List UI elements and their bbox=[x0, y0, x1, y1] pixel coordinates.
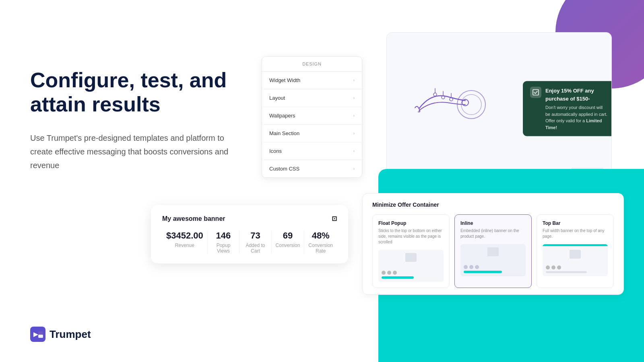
active-preview-bar bbox=[464, 271, 502, 273]
chevron-icon: › bbox=[353, 149, 355, 153]
chevron-icon: › bbox=[353, 78, 355, 82]
top-bar-desc: Full width banner on the top of any page… bbox=[543, 228, 608, 239]
stat-conversion: 69 Conversion bbox=[272, 230, 305, 254]
discount-popup: Enjoy 15% OFF any purchase of $150- Don'… bbox=[523, 81, 612, 136]
banner-card-header: My awesome banner ⊡ bbox=[162, 215, 337, 222]
design-panel-item-custom-css[interactable]: Custom CSS › bbox=[262, 160, 362, 177]
preview-dots bbox=[382, 271, 440, 275]
design-panel-item-wallpapers[interactable]: Wallpapers › bbox=[262, 107, 362, 125]
preview-image bbox=[405, 253, 417, 262]
float-popup-preview bbox=[378, 250, 444, 282]
stat-popup-views: 146 Popup Views bbox=[208, 230, 239, 254]
offer-container-panel: Minimize Offer Container Float Popup Sti… bbox=[362, 193, 624, 295]
design-panel: DESIGN Widget Width › Layout › Wallpaper… bbox=[262, 56, 362, 178]
stat-added-to-cart: 73 Added to Cart bbox=[239, 230, 271, 254]
top-bar-title: Top Bar bbox=[543, 220, 608, 226]
preview-image bbox=[570, 250, 581, 259]
inline-title: Inline bbox=[460, 220, 526, 226]
design-panel-item-widget-width[interactable]: Widget Width › bbox=[262, 72, 362, 89]
banner-card: My awesome banner ⊡ $3452.00 Revenue 146… bbox=[151, 205, 348, 263]
design-panel-header: DESIGN bbox=[262, 57, 362, 72]
svg-rect-8 bbox=[38, 331, 43, 335]
discount-text: Enjoy 15% OFF any purchase of $150- Don'… bbox=[545, 87, 608, 131]
design-panel-item-layout[interactable]: Layout › bbox=[262, 89, 362, 107]
svg-rect-9 bbox=[38, 335, 43, 338]
svg-point-3 bbox=[433, 93, 437, 96]
preview-bar-teal bbox=[382, 276, 414, 279]
trumpet-logo-icon bbox=[30, 327, 45, 342]
inline-desc: Embedded (inline) banner on the product … bbox=[460, 228, 526, 239]
discount-badge-icon bbox=[530, 87, 541, 98]
chevron-icon: › bbox=[353, 113, 355, 118]
instrument-illustration bbox=[407, 72, 487, 145]
svg-rect-6 bbox=[533, 90, 539, 95]
logo-text: Trumpet bbox=[50, 328, 91, 341]
left-section: Configure, test, and attain results Use … bbox=[30, 68, 231, 172]
preview-image bbox=[487, 247, 499, 256]
offer-panel-title: Minimize Offer Container bbox=[372, 202, 614, 208]
chevron-icon: › bbox=[353, 131, 355, 136]
svg-rect-7 bbox=[30, 327, 45, 342]
banner-card-title-text: My awesome banner bbox=[162, 215, 225, 222]
offer-type-float-popup[interactable]: Float Popup Sticks to the top or bottom … bbox=[372, 214, 450, 288]
float-popup-desc: Sticks to the top or bottom on either si… bbox=[378, 228, 444, 245]
stat-revenue: $3452.00 Revenue bbox=[162, 230, 208, 254]
inline-preview bbox=[460, 244, 526, 276]
chevron-icon: › bbox=[353, 96, 355, 100]
offer-type-inline[interactable]: Inline Embedded (inline) banner on the p… bbox=[454, 214, 532, 288]
logo: Trumpet bbox=[30, 327, 91, 342]
float-popup-title: Float Popup bbox=[378, 220, 444, 226]
monitor-icon: ⊡ bbox=[332, 215, 337, 222]
design-panel-item-icons[interactable]: Icons › bbox=[262, 142, 362, 160]
svg-point-5 bbox=[450, 98, 453, 101]
right-card-area: Enjoy 15% OFF any purchase of $150- Don'… bbox=[386, 32, 612, 185]
top-bar-preview bbox=[543, 244, 608, 276]
main-heading: Configure, test, and attain results bbox=[30, 68, 231, 117]
preview-bar-sm bbox=[546, 271, 587, 273]
design-panel-item-main-section[interactable]: Main Section › bbox=[262, 125, 362, 142]
top-bar-indicator bbox=[543, 244, 608, 246]
chevron-icon: › bbox=[353, 167, 355, 171]
sub-text: Use Trumpet's pre-designed templates and… bbox=[30, 131, 231, 172]
stat-conversion-rate: 48% Conversion Rate bbox=[304, 230, 337, 254]
offer-types-row: Float Popup Sticks to the top or bottom … bbox=[372, 214, 614, 288]
offer-type-top-bar[interactable]: Top Bar Full width banner on the top of … bbox=[537, 214, 614, 288]
stats-row: $3452.00 Revenue 146 Popup Views 73 Adde… bbox=[162, 230, 337, 254]
